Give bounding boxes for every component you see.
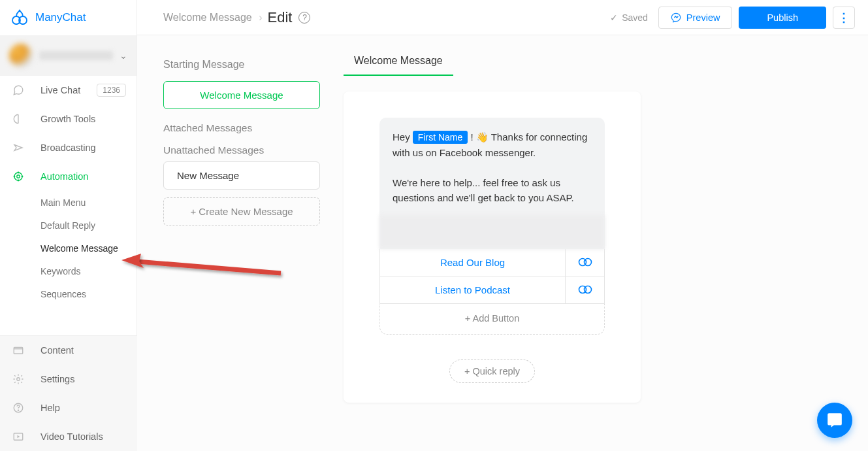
sidebar-item-content[interactable]: Content: [0, 336, 137, 365]
sidebar: ManyChat ⌄ Live Chat 1236 Growth Tools B…: [0, 0, 137, 451]
chat-bubble-icon: [826, 412, 843, 429]
svg-rect-9: [14, 348, 23, 354]
link-icon: [578, 258, 592, 267]
editor-column: Welcome Message Hey First Name ! 👋 Thank…: [344, 55, 868, 403]
page-title: Edit: [268, 9, 293, 26]
chevron-down-icon: ⌄: [120, 50, 127, 61]
sidebar-item-growth[interactable]: Growth Tools: [0, 105, 137, 133]
saved-status: Saved: [610, 12, 648, 23]
help-icon: [12, 401, 25, 414]
gear-icon: [12, 373, 25, 386]
automation-icon: [12, 170, 25, 183]
starting-message-card[interactable]: Welcome Message: [163, 81, 320, 109]
button-listen-podcast[interactable]: Listen to Podcast: [380, 276, 565, 303]
add-button[interactable]: + Add Button: [379, 304, 605, 335]
sidebar-item-livechat[interactable]: Live Chat 1236: [0, 76, 137, 105]
intercom-widget[interactable]: [817, 403, 852, 438]
preview-button[interactable]: Preview: [658, 7, 733, 29]
blurred-content: [379, 215, 605, 249]
svg-point-5: [14, 176, 15, 177]
logo[interactable]: ManyChat: [0, 0, 137, 35]
svg-point-4: [14, 173, 22, 180]
sidebar-item-label: Content: [40, 345, 74, 356]
main: Welcome Message › Edit ? Saved Preview P…: [137, 0, 868, 451]
brand-name: ManyChat: [35, 11, 86, 24]
sidebar-item-label: Broadcasting: [40, 142, 96, 153]
manychat-logo-icon: [10, 8, 29, 27]
sidebar-item-help[interactable]: Help: [0, 393, 137, 422]
messenger-icon: [671, 12, 681, 23]
subnav-sequences[interactable]: Sequences: [40, 282, 137, 305]
section-starting: Starting Message: [163, 59, 320, 71]
subnav-keywords[interactable]: Keywords: [40, 259, 137, 282]
sidebar-item-label: Automation: [40, 171, 88, 182]
livechat-badge: 1236: [97, 84, 126, 97]
tab-welcome-message[interactable]: Welcome Message: [344, 55, 453, 76]
sidebar-item-label: Help: [40, 403, 60, 413]
sidebar-item-videos[interactable]: Video Tutorials: [0, 422, 137, 451]
svg-point-17: [584, 286, 591, 293]
publish-button[interactable]: Publish: [739, 7, 826, 29]
svg-point-7: [18, 172, 19, 173]
chat-icon: [12, 84, 25, 97]
more-button[interactable]: ⋮: [833, 7, 855, 29]
more-vertical-icon: ⋮: [838, 10, 850, 25]
new-message-card[interactable]: New Message: [163, 161, 320, 190]
help-circle-icon[interactable]: ?: [298, 12, 310, 24]
message-editor: Hey First Name ! 👋 Thanks for connecting…: [344, 92, 641, 403]
svg-point-12: [18, 410, 18, 410]
sidebar-item-automation[interactable]: Automation: [0, 162, 137, 191]
firstname-token[interactable]: First Name: [413, 131, 468, 144]
broadcast-icon: [12, 141, 25, 154]
video-icon: [12, 430, 25, 443]
account-name-blurred: [39, 51, 113, 60]
sidebar-item-label: Video Tutorials: [40, 431, 103, 442]
subnav-welcome-message[interactable]: Welcome Message: [40, 237, 137, 259]
breadcrumb-separator-icon: ›: [259, 12, 262, 23]
link-icon: [578, 285, 592, 294]
button-link-icon[interactable]: [565, 276, 604, 303]
svg-point-8: [18, 180, 19, 181]
svg-point-10: [17, 378, 20, 381]
breadcrumb[interactable]: Welcome Message ›: [163, 12, 266, 24]
sidebar-item-broadcasting[interactable]: Broadcasting: [0, 133, 137, 162]
automation-subnav: Main Menu Default Reply Welcome Message …: [0, 191, 137, 305]
sidebar-item-label: Live Chat: [40, 85, 80, 95]
sidebar-item-settings[interactable]: Settings: [0, 365, 137, 393]
section-unattached[interactable]: Unattached Messages: [163, 139, 320, 161]
create-message-button[interactable]: + Create New Message: [163, 197, 320, 226]
sidebar-item-label: Growth Tools: [40, 114, 95, 124]
section-attached[interactable]: Attached Messages: [163, 117, 320, 139]
message-bubble[interactable]: Hey First Name ! 👋 Thanks for connecting…: [379, 118, 605, 249]
folder-icon: [12, 344, 25, 357]
button-link-icon[interactable]: [565, 249, 604, 276]
add-quick-reply[interactable]: + Quick reply: [449, 359, 535, 383]
account-switcher[interactable]: ⌄: [0, 35, 137, 76]
svg-point-2: [19, 10, 21, 12]
subnav-default-reply[interactable]: Default Reply: [40, 214, 137, 237]
svg-point-3: [17, 175, 20, 178]
svg-point-15: [584, 259, 591, 266]
messages-panel: Starting Message Welcome Message Attache…: [163, 55, 320, 403]
sidebar-item-label: Settings: [40, 374, 74, 384]
button-read-blog[interactable]: Read Our Blog: [380, 249, 565, 276]
avatar: [9, 44, 33, 67]
subnav-main-menu[interactable]: Main Menu: [40, 191, 137, 214]
header: Welcome Message › Edit ? Saved Preview P…: [137, 0, 868, 35]
growth-icon: [12, 112, 25, 125]
svg-point-6: [22, 176, 23, 177]
bottom-nav: Content Settings Help Video Tutorials: [0, 335, 137, 451]
